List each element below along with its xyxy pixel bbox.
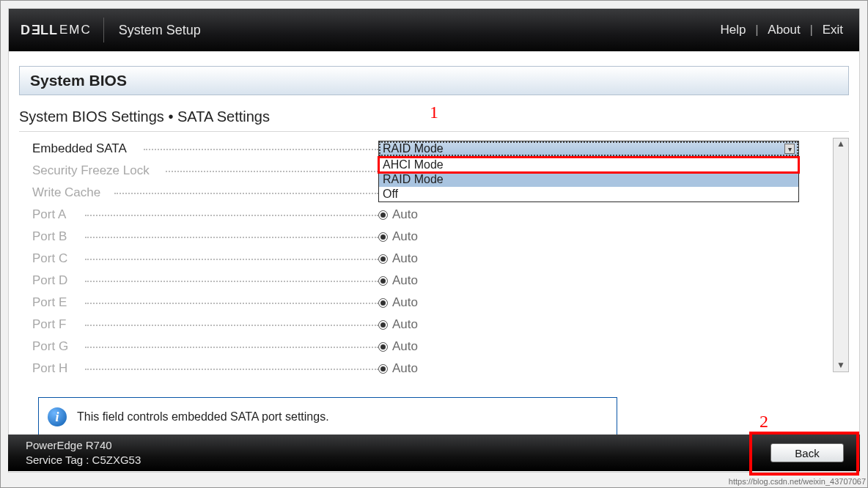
exit-link[interactable]: Exit xyxy=(820,23,846,37)
top-bar: DELLEMC System Setup Help | About | Exit xyxy=(9,9,859,51)
port-value: Auto xyxy=(392,229,418,244)
setting-label: Port B xyxy=(19,229,378,244)
port-value: Auto xyxy=(392,361,418,376)
setting-value: Auto xyxy=(378,251,418,266)
setting-label: Embedded SATA xyxy=(19,141,378,156)
setting-row-embedded-sata: Embedded SATA RAID Mode ▾ AHCI Mode RAID… xyxy=(19,138,833,160)
top-links: Help | About | Exit xyxy=(717,23,846,37)
setting-row-port: Port GAuto xyxy=(19,336,833,358)
model-name: PowerEdge R740 xyxy=(26,438,141,453)
setting-value: Auto xyxy=(378,339,418,354)
dropdown-selected[interactable]: RAID Mode ▾ xyxy=(378,141,799,157)
port-value: Auto xyxy=(392,317,418,332)
setting-row-port: Port FAuto xyxy=(19,314,833,336)
radio-icon[interactable] xyxy=(378,276,388,286)
watermark: https://blog.csdn.net/weixin_43707067 xyxy=(729,477,866,486)
footer-bar: PowerEdge R740 Service Tag : C5ZXG53 Bac… xyxy=(8,435,860,471)
radio-icon[interactable] xyxy=(378,210,388,220)
brand-d: D xyxy=(21,23,31,38)
scroll-down-icon[interactable]: ▼ xyxy=(834,360,848,371)
dropdown-option-off[interactable]: Off xyxy=(379,187,798,202)
setting-row-port: Port CAuto xyxy=(19,248,833,270)
setting-label: Write Cache xyxy=(19,185,378,200)
service-tag: Service Tag : C5ZXG53 xyxy=(26,453,141,467)
setting-value: Auto xyxy=(378,295,418,310)
brand-ll: LL xyxy=(40,23,58,38)
radio-icon[interactable] xyxy=(378,232,388,242)
dropdown-option-raid[interactable]: RAID Mode xyxy=(379,172,798,187)
setting-label: Port D xyxy=(19,273,378,288)
radio-icon[interactable] xyxy=(378,364,388,374)
setting-label: Port A xyxy=(19,207,378,222)
app-title: System Setup xyxy=(104,23,201,38)
annotation-1: 1 xyxy=(430,103,438,122)
brand-emc: EMC xyxy=(59,23,92,37)
vertical-scrollbar[interactable]: ▲ ▼ xyxy=(833,138,849,372)
setting-value: Auto xyxy=(378,361,418,376)
separator: | xyxy=(807,23,816,37)
dropdown-selected-text: RAID Mode xyxy=(383,142,444,155)
radio-icon[interactable] xyxy=(378,254,388,264)
breadcrumb-text: System BIOS Settings • SATA Settings xyxy=(19,108,270,125)
setting-value: Auto xyxy=(378,207,418,222)
setting-row-port: Port DAuto xyxy=(19,270,833,292)
info-icon: i xyxy=(48,407,67,426)
setting-row-port: Port BAuto xyxy=(19,226,833,248)
breadcrumb: System BIOS Settings • SATA Settings 1 xyxy=(19,106,849,132)
dropdown-option-ahci[interactable]: AHCI Mode xyxy=(379,158,798,172)
port-value: Auto xyxy=(392,207,418,222)
back-button[interactable]: Back xyxy=(770,443,844,462)
help-link[interactable]: Help xyxy=(717,23,749,37)
radio-icon[interactable] xyxy=(378,298,388,308)
setting-value: Auto xyxy=(378,273,418,288)
setting-row-port: Port AAuto xyxy=(19,204,833,226)
radio-icon[interactable] xyxy=(378,342,388,352)
setting-label: Port H xyxy=(19,361,378,376)
port-value: Auto xyxy=(392,251,418,266)
scroll-up-icon[interactable]: ▲ xyxy=(834,138,848,150)
setting-label: Port C xyxy=(19,251,378,266)
separator: | xyxy=(752,23,761,37)
port-value: Auto xyxy=(392,295,418,310)
brand-logo: DELLEMC xyxy=(9,18,104,42)
setting-row-port: Port EAuto xyxy=(19,292,833,314)
port-value: Auto xyxy=(392,273,418,288)
settings-panel: Embedded SATA RAID Mode ▾ AHCI Mode RAID… xyxy=(19,138,833,380)
info-text: This field controls embedded SATA port s… xyxy=(77,410,329,424)
setting-label: Port F xyxy=(19,317,378,332)
dropdown-options: AHCI Mode RAID Mode Off xyxy=(378,157,799,202)
setting-value: Auto xyxy=(378,317,418,332)
info-panel: i This field controls embedded SATA port… xyxy=(38,397,617,437)
setting-label: Security Freeze Lock xyxy=(19,163,378,178)
setting-row-port: Port HAuto xyxy=(19,358,833,380)
radio-icon[interactable] xyxy=(378,320,388,330)
page-title: System BIOS xyxy=(30,72,127,89)
about-link[interactable]: About xyxy=(765,23,803,37)
annotation-2: 2 xyxy=(760,412,768,432)
setting-value: Auto xyxy=(378,229,418,244)
page-title-band: System BIOS xyxy=(19,66,849,95)
setting-label: Port E xyxy=(19,295,378,310)
embedded-sata-dropdown[interactable]: RAID Mode ▾ AHCI Mode RAID Mode Off xyxy=(378,141,833,157)
port-value: Auto xyxy=(392,339,418,354)
setting-label: Port G xyxy=(19,339,378,354)
chevron-down-icon[interactable]: ▾ xyxy=(784,144,795,154)
brand-e: E xyxy=(31,22,40,37)
